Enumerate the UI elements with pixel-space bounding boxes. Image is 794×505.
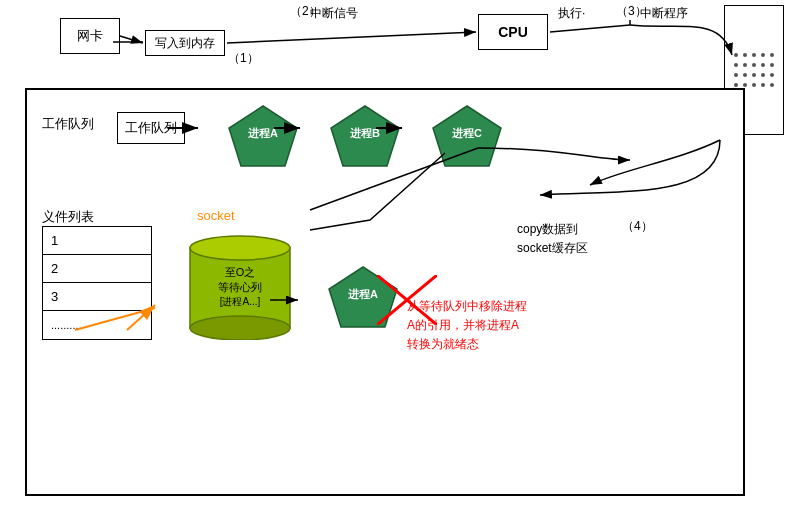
work-queue-label: 工作队列 — [42, 115, 94, 133]
nic-label: 网卡 — [77, 27, 103, 45]
copy-data-label: copy数据到 socket缓存区 — [517, 220, 588, 258]
cpu-box: CPU — [478, 14, 548, 50]
main-area: 工作队列 工作队列 进程A 进程B 进程C 义件列表 1 2 3 .......… — [25, 88, 745, 496]
interrupt-signal-label: 中断信号 — [310, 5, 358, 22]
event-list-label: 义件列表 — [42, 208, 94, 226]
nic-box: 网卡 — [60, 18, 120, 54]
mem-write-box: 写入到内存 — [145, 30, 225, 56]
top-section: 网卡 写入到内存 CPU （2） 中断信号 执行· （3） 中断程序 （1） — [0, 0, 794, 90]
svg-point-5 — [190, 316, 290, 340]
event-row-3: 3 — [43, 283, 151, 311]
label-4: （4） — [622, 218, 653, 235]
interrupt-dots — [729, 53, 779, 87]
cylinder: 至O之 等待心列 [进程A...] — [185, 230, 295, 340]
work-queue-box: 工作队列 — [117, 112, 185, 144]
mem-write-label: 写入到内存 — [155, 35, 215, 52]
process-c-pentagon: 进程C — [431, 104, 503, 169]
label-1: （1） — [228, 50, 259, 67]
socket-label: socket — [197, 208, 235, 223]
event-list-table: 1 2 3 .......... — [42, 226, 152, 340]
execute-label: 执行· — [558, 5, 585, 22]
event-row-dots: .......... — [43, 311, 151, 339]
process-b-pentagon: 进程B — [329, 104, 401, 169]
cpu-label: CPU — [498, 24, 528, 40]
process-a-pentagon: 进程A — [227, 104, 299, 169]
event-row-1: 1 — [43, 227, 151, 255]
svg-point-4 — [190, 236, 290, 260]
interrupt-program-label: 中断程序 — [640, 5, 688, 22]
red-description: 从等待队列中移除进程 A的引用，并将进程A 转换为就绪态 — [407, 297, 597, 355]
event-row-2: 2 — [43, 255, 151, 283]
